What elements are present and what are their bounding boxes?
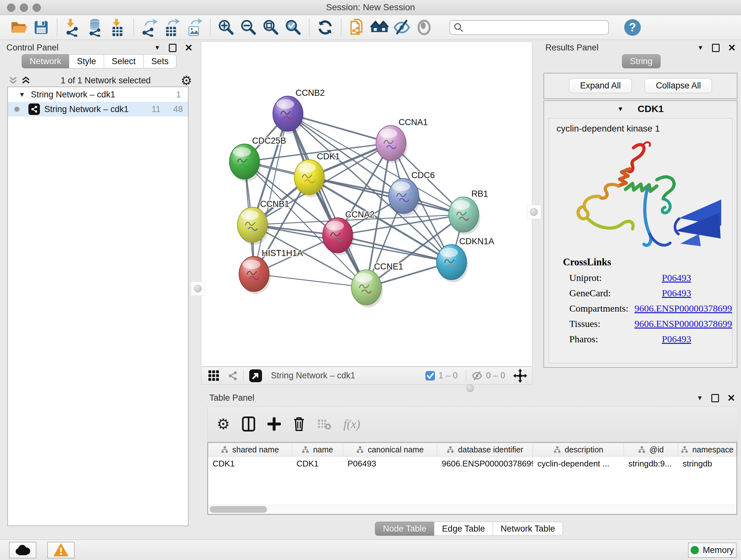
delete-column-icon[interactable] — [293, 417, 305, 431]
warning-status-button[interactable] — [47, 542, 75, 558]
crosslink-link[interactable]: P06493 — [662, 334, 691, 345]
panel-menu-icon[interactable]: ▼ — [697, 394, 703, 401]
help-button[interactable]: ? — [624, 19, 641, 36]
column-header-namespace[interactable]: namespace — [678, 443, 737, 456]
network-edge[interactable] — [254, 274, 366, 287]
float-panel-icon[interactable] — [711, 394, 719, 402]
column-header-@id[interactable]: @id — [624, 443, 678, 456]
network-node-RB1[interactable] — [449, 197, 480, 235]
delete-table-icon[interactable] — [317, 418, 331, 430]
node-label-CDC6: CDC6 — [411, 171, 435, 180]
hide-toggle-button[interactable] — [391, 18, 413, 37]
zoom-out-button[interactable] — [238, 18, 260, 37]
network-options-gear-icon[interactable]: ⚙ — [181, 74, 192, 87]
network-node-CDC6[interactable] — [389, 179, 420, 216]
close-panel-icon[interactable]: ✕ — [185, 45, 193, 51]
close-panel-icon[interactable]: ✕ — [727, 395, 735, 401]
table-options-gear-icon[interactable]: ⚙ — [217, 418, 230, 430]
memory-label: Memory — [703, 545, 734, 555]
collapse-all-icon[interactable] — [8, 75, 18, 85]
network-node-CCNE1[interactable] — [351, 270, 383, 307]
show-columns-icon[interactable] — [242, 416, 255, 432]
float-panel-icon[interactable] — [169, 44, 177, 52]
network-edge[interactable] — [288, 114, 366, 287]
apply-layout-button[interactable] — [314, 18, 336, 37]
collapse-all-button[interactable]: Collapse All — [645, 78, 712, 93]
close-panel-icon[interactable]: ✕ — [728, 45, 736, 51]
node-label-CDKN1A: CDKN1A — [459, 237, 494, 246]
tab-edge-table[interactable]: Edge Table — [434, 522, 493, 536]
column-header-description[interactable]: description — [533, 443, 624, 456]
export-network-button[interactable] — [138, 18, 161, 37]
function-builder-icon[interactable]: f(x) — [343, 417, 360, 431]
crosslink-link[interactable]: P06493 — [662, 272, 691, 283]
footer-separator — [466, 370, 466, 382]
network-node-HIST1H1A[interactable] — [239, 256, 271, 294]
tab-network-table[interactable]: Network Table — [493, 522, 563, 536]
column-header-shared-name[interactable]: shared name — [208, 443, 292, 456]
network-row[interactable]: String Network – cdk1 11 48 — [8, 102, 188, 117]
network-node-CCNB2[interactable] — [273, 96, 305, 134]
birdseye-view-icon[interactable] — [249, 369, 263, 383]
crosslink-link[interactable]: P06493 — [662, 288, 691, 299]
collapse-triangle-icon[interactable]: ▼ — [19, 91, 25, 98]
network-canvas[interactable]: CCNB2CCNA1CDC25BCDK1CDC6RB1CCNB1CCNA2CDK… — [201, 42, 532, 367]
eye-slash-icon — [393, 18, 411, 37]
import-table-button[interactable] — [107, 18, 129, 37]
crosslink-link[interactable]: 9606.ENSP00000378699 — [634, 318, 732, 329]
network-node-CCNB1[interactable] — [238, 207, 269, 245]
zoom-fit-button[interactable] — [260, 18, 282, 37]
tab-style[interactable]: Style — [69, 54, 104, 68]
add-column-icon[interactable] — [267, 417, 281, 431]
tab-string[interactable]: String — [622, 54, 661, 68]
gene-collapse-triangle-icon[interactable]: ▼ — [617, 105, 623, 113]
save-session-button[interactable] — [30, 18, 52, 37]
memory-button[interactable]: Memory — [688, 543, 737, 558]
pan-crosshair-icon[interactable] — [513, 368, 528, 383]
column-header-name[interactable]: name — [292, 443, 343, 456]
zoom-selected-button[interactable] — [282, 18, 305, 37]
network-collection-row[interactable]: ▼ String Network – cdk1 1 — [8, 87, 188, 102]
column-header-canonical-name[interactable]: canonical name — [343, 443, 437, 456]
string-home-button[interactable] — [368, 18, 391, 37]
share-document-icon — [348, 18, 366, 37]
cloud-status-button[interactable] — [9, 542, 37, 558]
open-session-button[interactable] — [8, 18, 30, 37]
network-node-CDKN1A[interactable] — [436, 245, 468, 282]
export-image-button[interactable] — [183, 18, 205, 37]
crosslink-link[interactable]: 9606.ENSP00000378699 — [634, 303, 732, 314]
zoom-fit-icon — [262, 18, 280, 37]
control-panel: Control Panel ▼ ✕ NetworkStyleSelectSets… — [2, 42, 199, 540]
hscrollbar-thumb[interactable] — [210, 506, 267, 513]
table-hscrollbar[interactable] — [208, 505, 737, 514]
export-table-button[interactable] — [161, 18, 183, 37]
tab-sets[interactable]: Sets — [143, 54, 177, 68]
panel-menu-icon[interactable]: ▼ — [154, 44, 160, 51]
expand-all-button[interactable]: Expand All — [569, 78, 632, 93]
tab-node-table[interactable]: Node Table — [375, 522, 434, 536]
crosslink-label: Tissues: — [569, 318, 634, 329]
memory-status-dot — [690, 546, 699, 554]
network-edge[interactable] — [309, 177, 464, 214]
column-header-database-identifier[interactable]: database identifier — [437, 443, 533, 456]
table-row[interactable]: CDK1CDK1P064939606.ENSP00000378699cyclin… — [208, 456, 737, 471]
import-network-database-button[interactable] — [84, 18, 107, 37]
network-node-CCNA1[interactable] — [376, 125, 408, 163]
share-document-button[interactable] — [346, 18, 368, 37]
zoom-in-button[interactable] — [215, 18, 238, 37]
search-input[interactable] — [464, 22, 599, 33]
network-node-CCNA2[interactable] — [323, 218, 354, 255]
tab-select[interactable]: Select — [104, 54, 144, 68]
expand-all-icon[interactable] — [21, 75, 30, 85]
left-splitter-handle[interactable] — [191, 282, 205, 296]
network-node-CDK1[interactable] — [294, 160, 326, 197]
panel-menu-icon[interactable]: ▼ — [697, 44, 704, 51]
grid-view-icon[interactable] — [208, 370, 219, 381]
share-view-icon[interactable] — [227, 370, 238, 381]
float-panel-icon[interactable] — [712, 44, 720, 52]
selected-checkbox-icon[interactable] — [425, 371, 435, 381]
hidden-eye-icon[interactable] — [471, 370, 483, 381]
show-toggle-button[interactable] — [413, 18, 435, 37]
tab-network[interactable]: Network — [22, 54, 69, 68]
import-network-file-button[interactable] — [62, 18, 84, 37]
